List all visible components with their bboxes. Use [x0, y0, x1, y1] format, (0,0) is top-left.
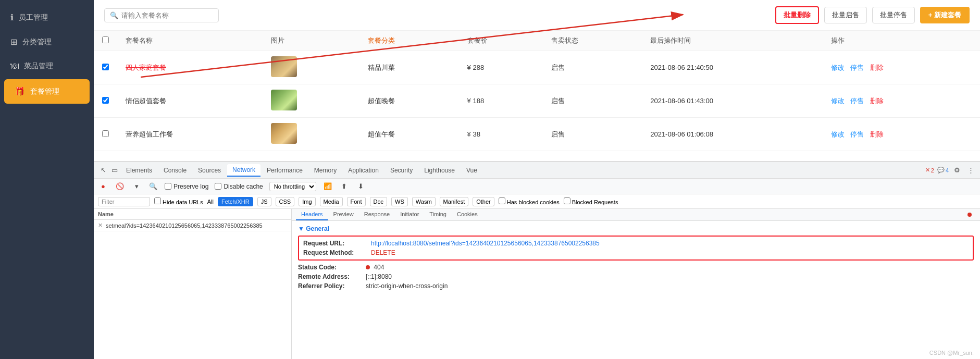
more-icon[interactable]: ⋮	[965, 165, 976, 176]
content-area: 🔍 批量删除 批量启售 批量停售 + 新建套餐 套餐名称	[94, 0, 980, 162]
tab-console[interactable]: Console	[158, 165, 192, 176]
tab-elements[interactable]: Elements	[121, 165, 157, 176]
filter-input[interactable]	[98, 197, 150, 206]
table-header-checkbox	[94, 31, 117, 51]
tab-sources[interactable]: Sources	[193, 165, 226, 176]
filter-doc[interactable]: Doc	[370, 197, 388, 206]
hide-data-urls-label[interactable]: Hide data URLs	[154, 197, 203, 205]
filter-font[interactable]: Font	[347, 197, 366, 206]
add-setmeal-button[interactable]: + 新建套餐	[920, 7, 970, 23]
row2-time: 2021-08-06 01:43:00	[642, 84, 822, 118]
disable-cache-checkbox[interactable]	[215, 183, 221, 190]
row2-edit-button[interactable]: 修改	[831, 97, 845, 105]
filter-js[interactable]: JS	[257, 197, 271, 206]
filter-wasm[interactable]: Wasm	[412, 197, 436, 206]
batch-enable-button[interactable]: 批量启售	[824, 7, 867, 23]
detail-section-general: ▼ General Request URL: http://localhost:…	[292, 221, 980, 295]
table-row: 情侣超值套餐 超值晚餐 ¥ 188 启售 2021-08-06 01:43:00…	[94, 84, 980, 118]
category-icon: ⊞	[10, 37, 17, 47]
row3-actions: 修改 停售 删除	[823, 118, 980, 151]
sidebar: ℹ 员工管理 ⊞ 分类管理 🍽 菜品管理 🎁 套餐管理	[0, 0, 94, 359]
download-icon[interactable]: ⬇	[356, 181, 366, 192]
hide-data-urls-checkbox[interactable]	[154, 197, 161, 204]
request-method-row: Request Method: DELETE	[303, 248, 969, 257]
tab-network[interactable]: Network	[227, 164, 260, 177]
row3-delete-button[interactable]: 删除	[870, 130, 884, 138]
filter-ws[interactable]: WS	[391, 197, 408, 206]
settings-icon[interactable]: ⚙	[952, 165, 962, 176]
detail-tab-preview[interactable]: Preview	[328, 209, 359, 220]
row3-checkbox[interactable]	[102, 130, 109, 137]
row2-delete-button[interactable]: 删除	[870, 97, 884, 105]
row2-checkbox[interactable]	[102, 97, 109, 104]
tab-memory[interactable]: Memory	[309, 165, 342, 176]
has-blocked-cookies-checkbox[interactable]	[499, 197, 505, 204]
search-network-icon[interactable]: 🔍	[148, 181, 158, 192]
filter-all[interactable]: All	[207, 199, 214, 205]
row2-name: 情侣超值套餐	[117, 84, 263, 118]
detail-tab-response[interactable]: Response	[359, 209, 395, 220]
select-all-checkbox[interactable]	[102, 36, 109, 43]
filter-icon[interactable]: ▾	[131, 181, 142, 192]
sidebar-item-employee[interactable]: ℹ 员工管理	[0, 5, 94, 30]
clear-icon[interactable]: 🚫	[115, 181, 125, 192]
detail-tab-cookies[interactable]: Cookies	[452, 209, 483, 220]
sidebar-item-employee-label: 员工管理	[19, 13, 48, 22]
filter-img[interactable]: Img	[299, 197, 315, 206]
devtools-panel: ↖ ▭ Elements Console Sources Network Per…	[94, 161, 980, 359]
tab-performance[interactable]: Performance	[262, 165, 308, 176]
search-box[interactable]: 🔍	[104, 8, 219, 22]
detail-tab-timing[interactable]: Timing	[424, 209, 452, 220]
record-icon[interactable]: ●	[98, 181, 108, 192]
preserve-log-label[interactable]: Preserve log	[165, 183, 208, 190]
search-input[interactable]	[121, 11, 213, 19]
preserve-log-checkbox[interactable]	[165, 183, 171, 190]
devtools-tab-bar: ↖ ▭ Elements Console Sources Network Per…	[94, 162, 980, 179]
row1-checkbox[interactable]	[102, 64, 109, 70]
row2-price: ¥ 188	[459, 84, 543, 118]
row1-edit-button[interactable]: 修改	[831, 64, 845, 71]
filter-other[interactable]: Other	[473, 197, 494, 206]
wifi-icon[interactable]: 📶	[322, 181, 333, 192]
tab-vue[interactable]: Vue	[461, 165, 482, 176]
blocked-requests-label[interactable]: Blocked Requests	[564, 197, 618, 205]
network-list-item[interactable]: ✕ setmeal?ids=1423640210125656065,142333…	[94, 220, 291, 231]
tab-lighthouse[interactable]: Lighthouse	[419, 165, 460, 176]
status-code-key: Status Code:	[298, 264, 366, 271]
request-url-key: Request URL:	[303, 240, 371, 247]
device-icon[interactable]: ▭	[109, 165, 120, 176]
sidebar-item-setmeal[interactable]: 🎁 套餐管理	[4, 79, 90, 104]
batch-delete-button[interactable]: 批量删除	[775, 6, 819, 24]
filter-css[interactable]: CSS	[276, 197, 295, 206]
sidebar-item-category[interactable]: ⊞ 分类管理	[0, 30, 94, 54]
disable-cache-label[interactable]: Disable cache	[215, 183, 263, 190]
filter-media[interactable]: Media	[320, 197, 343, 206]
row1-delete-button[interactable]: 删除	[870, 64, 884, 71]
table-header-image: 图片	[263, 31, 359, 51]
row3-time: 2021-08-06 01:06:08	[642, 118, 822, 151]
tab-application[interactable]: Application	[343, 165, 384, 176]
blocked-requests-checkbox[interactable]	[564, 197, 570, 204]
has-blocked-cookies-label[interactable]: Has blocked cookies	[499, 197, 560, 205]
filter-fetch-xhr[interactable]: Fetch/XHR	[218, 197, 253, 206]
batch-stop-button[interactable]: 批量停售	[872, 7, 915, 23]
row3-edit-button[interactable]: 修改	[831, 130, 845, 138]
network-item-name: setmeal?ids=1423640210125656065,14233387…	[106, 222, 263, 229]
row1-stop-button[interactable]: 停售	[850, 64, 864, 71]
row1-image	[263, 51, 359, 84]
detail-tab-initiator[interactable]: Initiator	[395, 209, 424, 220]
referrer-policy-key: Referrer Policy:	[298, 282, 366, 290]
tab-security[interactable]: Security	[385, 165, 418, 176]
row3-stop-button[interactable]: 停售	[850, 130, 864, 138]
table-header-price: 套餐价	[459, 31, 543, 51]
status-code-row: Status Code: 404	[298, 263, 974, 272]
cursor-icon[interactable]: ↖	[98, 165, 108, 176]
general-section-title: ▼ General	[298, 225, 974, 232]
row2-stop-button[interactable]: 停售	[850, 97, 864, 105]
detail-tab-headers[interactable]: Headers	[296, 209, 328, 220]
search-icon: 🔍	[110, 11, 118, 19]
sidebar-item-dish[interactable]: 🍽 菜品管理	[0, 54, 94, 78]
filter-manifest[interactable]: Manifest	[440, 197, 469, 206]
upload-icon[interactable]: ⬆	[339, 181, 350, 192]
throttle-select[interactable]: No throttling	[269, 182, 316, 191]
